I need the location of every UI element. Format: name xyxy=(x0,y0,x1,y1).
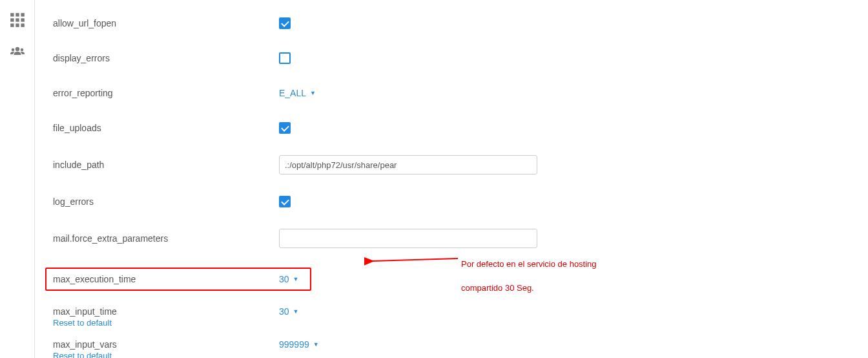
label-include-path: include_path xyxy=(53,160,279,170)
label-max-execution-time: max_execution_time xyxy=(53,274,279,284)
setting-row-log-errors: log_errors xyxy=(53,194,850,209)
label-log-errors: log_errors xyxy=(53,196,279,207)
setting-row-include-path: include_path xyxy=(53,155,850,174)
setting-row-file-uploads: file_uploads xyxy=(53,120,850,136)
chevron-down-icon: ▼ xyxy=(310,90,316,96)
label-max-input-vars: max_input_vars xyxy=(53,339,279,350)
dropdown-value: 999999 xyxy=(279,339,309,350)
svg-line-12 xyxy=(372,258,458,261)
setting-row-allow-url-fopen: allow_url_fopen xyxy=(53,16,850,31)
label-error-reporting: error_reporting xyxy=(53,88,279,98)
svg-rect-4 xyxy=(16,18,19,21)
dropdown-error-reporting[interactable]: E_ALL ▼ xyxy=(279,88,316,98)
svg-rect-7 xyxy=(16,23,19,26)
annotation-text: Por defecto en el servicio de hosting co… xyxy=(461,247,597,294)
checkbox-display-errors[interactable] xyxy=(279,52,291,64)
input-mail-force-extra-parameters[interactable] xyxy=(279,229,537,248)
svg-point-10 xyxy=(11,48,14,52)
chevron-down-icon: ▼ xyxy=(313,341,319,348)
dropdown-value: 30 xyxy=(279,306,289,317)
svg-point-11 xyxy=(20,48,23,52)
dropdown-max-input-vars[interactable]: 999999 ▼ xyxy=(279,339,319,350)
setting-row-display-errors: display_errors xyxy=(53,50,850,66)
checkbox-file-uploads[interactable] xyxy=(279,122,291,134)
svg-rect-3 xyxy=(10,18,14,21)
label-file-uploads: file_uploads xyxy=(53,123,279,133)
dropdown-max-input-time[interactable]: 30 ▼ xyxy=(279,306,299,317)
svg-rect-2 xyxy=(21,13,24,16)
svg-rect-6 xyxy=(10,23,14,26)
setting-row-error-reporting: error_reporting E_ALL ▼ xyxy=(53,85,850,101)
dropdown-value: E_ALL xyxy=(279,88,306,98)
label-mail-force-extra-parameters: mail.force_extra_parameters xyxy=(53,233,279,244)
checkbox-allow-url-fopen[interactable] xyxy=(279,17,291,29)
users-icon[interactable] xyxy=(8,44,27,61)
svg-rect-1 xyxy=(16,13,19,16)
svg-rect-5 xyxy=(21,18,24,21)
svg-point-9 xyxy=(15,47,19,51)
dropdown-value: 30 xyxy=(279,274,289,284)
label-display-errors: display_errors xyxy=(53,53,279,63)
chevron-down-icon: ▼ xyxy=(293,308,299,315)
setting-row-max-input-vars: max_input_vars Reset to default 999999 ▼ xyxy=(53,339,850,358)
reset-max-input-time[interactable]: Reset to default xyxy=(53,318,279,328)
dropdown-max-execution-time[interactable]: 30 ▼ xyxy=(279,274,299,284)
chevron-down-icon: ▼ xyxy=(293,276,299,282)
input-include-path[interactable] xyxy=(279,155,537,174)
setting-row-max-execution-time: max_execution_time 30 ▼ xyxy=(45,268,311,291)
setting-row-max-input-time: max_input_time Reset to default 30 ▼ xyxy=(53,306,850,328)
checkbox-log-errors[interactable] xyxy=(279,196,291,207)
setting-row-mail-force-extra-parameters: mail.force_extra_parameters xyxy=(53,229,850,248)
svg-rect-0 xyxy=(10,13,14,16)
apps-grid-icon[interactable] xyxy=(8,12,27,28)
label-allow-url-fopen: allow_url_fopen xyxy=(53,18,279,28)
annotation: Por defecto en el servicio de hosting co… xyxy=(364,247,597,294)
reset-max-input-vars[interactable]: Reset to default xyxy=(53,351,279,358)
label-max-input-time: max_input_time xyxy=(53,306,279,317)
svg-rect-8 xyxy=(21,23,24,26)
